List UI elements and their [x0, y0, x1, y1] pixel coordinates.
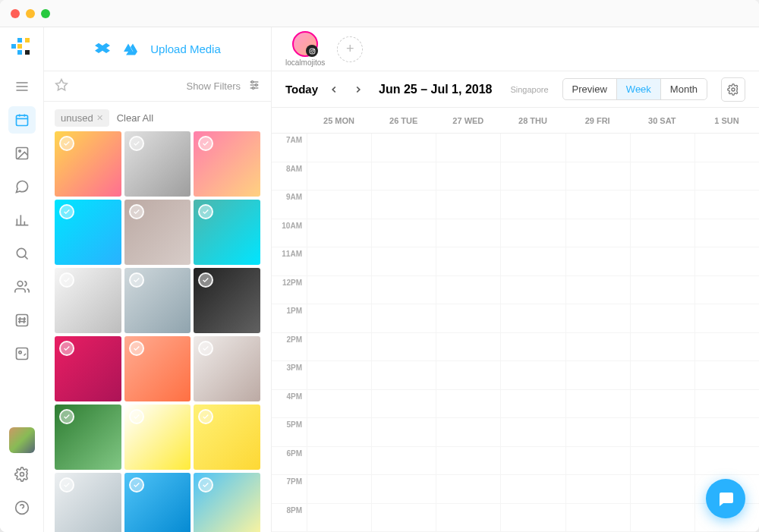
- calendar-cell[interactable]: [501, 276, 565, 305]
- calendar-cell[interactable]: [372, 162, 436, 191]
- link-nav-icon[interactable]: [8, 340, 36, 367]
- media-thumbnail[interactable]: [124, 200, 191, 265]
- calendar-cell[interactable]: [501, 504, 565, 533]
- calendar-day-column[interactable]: [371, 134, 436, 532]
- calendar-cell[interactable]: [372, 247, 436, 276]
- media-select-check-icon[interactable]: [198, 272, 213, 288]
- calendar-cell[interactable]: [501, 190, 565, 219]
- calendar-cell[interactable]: [566, 162, 630, 191]
- calendar-cell[interactable]: [501, 219, 565, 248]
- calendar-cell[interactable]: [695, 247, 759, 276]
- calendar-cell[interactable]: [631, 134, 694, 162]
- month-view-button[interactable]: Month: [661, 79, 707, 99]
- media-select-check-icon[interactable]: [59, 341, 74, 356]
- upload-media-button[interactable]: Upload Media: [150, 42, 221, 55]
- media-thumbnail[interactable]: [55, 336, 121, 401]
- calendar-cell[interactable]: [566, 504, 630, 533]
- calendar-cell[interactable]: [566, 219, 630, 248]
- calendar-cell[interactable]: [501, 333, 565, 362]
- preview-view-button[interactable]: Preview: [563, 79, 617, 99]
- calendar-cell[interactable]: [372, 304, 436, 333]
- media-thumbnail[interactable]: [55, 200, 121, 265]
- calendar-cell[interactable]: [436, 134, 500, 162]
- calendar-cell[interactable]: [436, 333, 500, 362]
- conversations-nav-icon[interactable]: [8, 173, 36, 200]
- filter-sliders-icon[interactable]: [248, 79, 260, 93]
- calendar-cell[interactable]: [695, 162, 759, 191]
- calendar-cell[interactable]: [307, 276, 371, 305]
- calendar-settings-button[interactable]: [721, 77, 745, 102]
- prev-week-button[interactable]: [326, 81, 342, 98]
- calendar-cell[interactable]: [566, 134, 630, 162]
- calendar-cell[interactable]: [566, 276, 630, 305]
- calendar-cell[interactable]: [566, 418, 630, 447]
- calendar-cell[interactable]: [566, 304, 630, 333]
- team-nav-icon[interactable]: [8, 273, 36, 301]
- settings-icon[interactable]: [8, 461, 36, 488]
- calendar-cell[interactable]: [307, 418, 371, 447]
- calendar-day-column[interactable]: [694, 134, 759, 532]
- calendar-cell[interactable]: [307, 304, 371, 333]
- calendar-cell[interactable]: [436, 219, 500, 248]
- calendar-cell[interactable]: [307, 475, 371, 504]
- media-thumbnail[interactable]: [55, 131, 121, 197]
- calendar-cell[interactable]: [631, 418, 694, 447]
- calendar-cell[interactable]: [631, 390, 694, 419]
- google-drive-icon[interactable]: [123, 42, 138, 56]
- calendar-cell[interactable]: [566, 190, 630, 219]
- media-thumbnail[interactable]: [124, 268, 191, 333]
- remove-tag-icon[interactable]: ✕: [96, 113, 103, 123]
- calendar-cell[interactable]: [436, 247, 500, 276]
- minimize-window-button[interactable]: [26, 9, 35, 18]
- week-view-button[interactable]: Week: [617, 79, 661, 99]
- calendar-cell[interactable]: [372, 418, 436, 447]
- user-avatar[interactable]: [9, 427, 35, 453]
- analytics-nav-icon[interactable]: [8, 206, 36, 234]
- media-select-check-icon[interactable]: [59, 477, 74, 493]
- calendar-cell[interactable]: [566, 390, 630, 419]
- calendar-cell[interactable]: [307, 504, 371, 533]
- media-thumbnail[interactable]: [55, 473, 121, 532]
- media-select-check-icon[interactable]: [198, 204, 213, 219]
- media-select-check-icon[interactable]: [129, 409, 144, 424]
- media-select-check-icon[interactable]: [198, 341, 213, 356]
- calendar-cell[interactable]: [307, 333, 371, 362]
- calendar-cell[interactable]: [695, 390, 759, 419]
- chat-support-button[interactable]: [706, 479, 745, 518]
- calendar-cell[interactable]: [372, 447, 436, 476]
- help-icon[interactable]: [8, 494, 36, 521]
- media-select-check-icon[interactable]: [129, 272, 144, 288]
- calendar-cell[interactable]: [372, 190, 436, 219]
- calendar-cell[interactable]: [566, 447, 630, 476]
- media-thumbnail[interactable]: [194, 268, 260, 333]
- calendar-cell[interactable]: [695, 190, 759, 219]
- media-select-check-icon[interactable]: [59, 409, 74, 424]
- calendar-cell[interactable]: [372, 333, 436, 362]
- add-account-button[interactable]: +: [337, 36, 363, 62]
- calendar-cell[interactable]: [501, 447, 565, 476]
- calendar-cell[interactable]: [372, 504, 436, 533]
- media-select-check-icon[interactable]: [198, 477, 213, 493]
- clear-all-filters-button[interactable]: Clear All: [117, 112, 153, 124]
- calendar-cell[interactable]: [631, 447, 694, 476]
- calendar-day-column[interactable]: [565, 134, 630, 532]
- calendar-cell[interactable]: [436, 504, 500, 533]
- calendar-cell[interactable]: [501, 162, 565, 191]
- calendar-grid[interactable]: 7AM8AM9AM10AM11AM12PM1PM2PM3PM4PM5PM6PM7…: [272, 134, 759, 532]
- calendar-cell[interactable]: [372, 134, 436, 162]
- media-thumbnail[interactable]: [55, 405, 121, 470]
- calendar-cell[interactable]: [695, 304, 759, 333]
- media-select-check-icon[interactable]: [129, 136, 144, 151]
- media-thumbnail[interactable]: [124, 336, 191, 401]
- calendar-cell[interactable]: [695, 276, 759, 305]
- calendar-cell[interactable]: [631, 190, 694, 219]
- calendar-cell[interactable]: [631, 361, 694, 390]
- calendar-cell[interactable]: [631, 247, 694, 276]
- calendar-cell[interactable]: [436, 447, 500, 476]
- calendar-cell[interactable]: [501, 134, 565, 162]
- close-window-button[interactable]: [11, 9, 20, 18]
- calendar-cell[interactable]: [631, 475, 694, 504]
- calendar-cell[interactable]: [436, 190, 500, 219]
- calendar-cell[interactable]: [501, 304, 565, 333]
- calendar-cell[interactable]: [307, 447, 371, 476]
